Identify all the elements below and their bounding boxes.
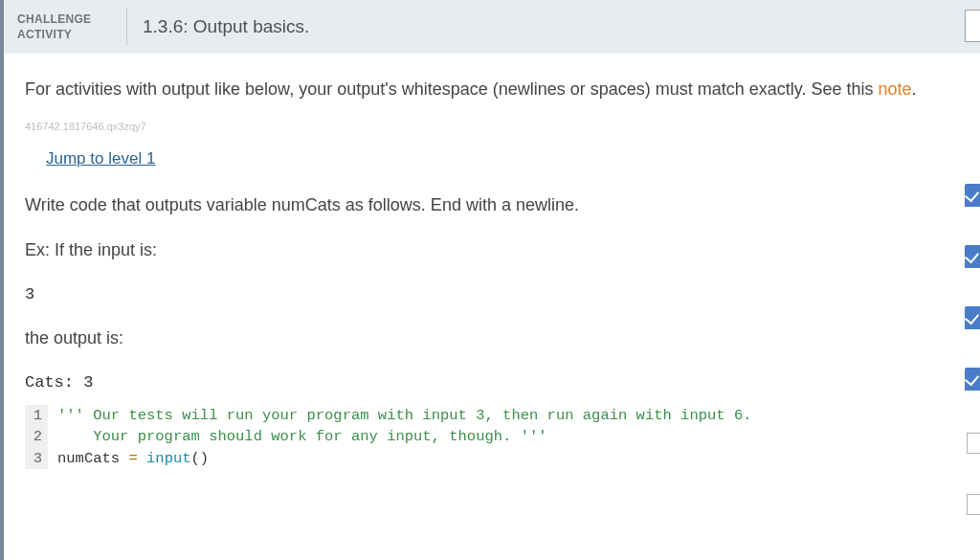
note-link[interactable]: note bbox=[879, 79, 912, 99]
progress-badge-icon[interactable] bbox=[965, 306, 980, 329]
prompt-text: Write code that outputs variable numCats… bbox=[25, 195, 959, 215]
code-editor[interactable]: 1 ''' Our tests will run your program wi… bbox=[25, 405, 959, 469]
bookmark-icon[interactable] bbox=[965, 10, 980, 42]
code-row: 1 ''' Our tests will run your program wi… bbox=[25, 405, 959, 426]
line-number: 1 bbox=[25, 405, 48, 426]
output-label: the output is: bbox=[25, 328, 959, 348]
progress-badge-icon[interactable] bbox=[965, 368, 980, 391]
code-text: numCats = input() bbox=[57, 448, 209, 469]
intro-text: For activities with output like below, y… bbox=[25, 77, 959, 103]
example-input: 3 bbox=[25, 285, 959, 303]
example-label: Ex: If the input is: bbox=[25, 240, 959, 260]
side-boxes bbox=[967, 433, 980, 515]
header-label-line2: ACTIVITY bbox=[17, 28, 72, 41]
header-label-line1: CHALLENGE bbox=[17, 12, 91, 26]
intro-suffix: . bbox=[912, 79, 917, 99]
side-box-icon[interactable] bbox=[967, 494, 980, 515]
challenge-header: CHALLENGE ACTIVITY 1.3.6: Output basics. bbox=[4, 0, 980, 54]
code-text: Your program should work for any input, … bbox=[57, 426, 547, 447]
code-row: 3 numCats = input() bbox=[25, 448, 959, 469]
content-area: For activities with output like below, y… bbox=[4, 54, 980, 469]
header-label: CHALLENGE ACTIVITY bbox=[4, 11, 126, 42]
progress-badge-icon[interactable] bbox=[965, 245, 980, 268]
code-text: ''' Our tests will run your program with… bbox=[57, 405, 752, 426]
side-box-icon[interactable] bbox=[967, 433, 980, 454]
header-title: 1.3.6: Output basics. bbox=[127, 16, 309, 37]
line-number: 3 bbox=[25, 448, 48, 469]
line-number: 2 bbox=[25, 426, 48, 447]
code-row: 2 Your program should work for any input… bbox=[25, 426, 959, 447]
intro-prefix: For activities with output like below, y… bbox=[25, 79, 879, 99]
jump-to-level-link[interactable]: Jump to level 1 bbox=[46, 149, 155, 168]
meta-id: 416742.1817646.qx3zqy7 bbox=[25, 121, 959, 132]
progress-badge-icon[interactable] bbox=[965, 184, 980, 207]
example-output: Cats: 3 bbox=[25, 373, 959, 392]
side-badges bbox=[965, 184, 980, 391]
